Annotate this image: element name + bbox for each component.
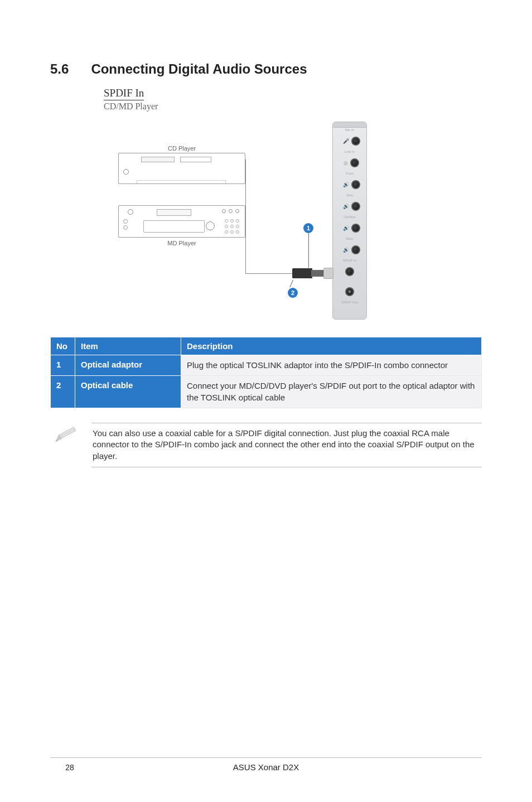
- jack-line: [350, 158, 359, 167]
- md-dots: [222, 209, 239, 213]
- bracket-top: [333, 122, 366, 128]
- svg-line-2: [60, 429, 75, 437]
- md-player-label: MD Player: [118, 240, 245, 247]
- port-spdif-out: [333, 283, 366, 300]
- jack-ctr: [351, 224, 360, 233]
- port-label-line: Line In: [333, 149, 366, 154]
- port-line: ◎: [333, 154, 366, 171]
- product-name: ASUS Xonar D2X: [89, 762, 443, 772]
- note-block: You can also use a coaxial cable for a S…: [50, 423, 482, 467]
- cd-display-2: [180, 157, 211, 162]
- diagram-canvas: Mic In 🎤 Line In ◎ Front 🔊 Side 🔊 Ctr/Sb…: [104, 117, 371, 323]
- md-player: MD Player: [118, 205, 245, 251]
- cell-desc: Plug the optical TOSLINK adaptor into th…: [181, 355, 482, 376]
- port-label-spdifin: SPDIF In: [333, 258, 366, 263]
- cell-item: Optical adaptor: [75, 355, 181, 376]
- md-device: [118, 205, 245, 238]
- md-slot: [143, 220, 205, 233]
- port-label-spdifout: SPDIF Out: [333, 300, 366, 305]
- md-knob: [206, 221, 215, 230]
- port-rear: 🔊: [333, 241, 366, 258]
- port-label-rear: Rear: [333, 236, 366, 241]
- note-text: You can also use a coaxial cable for a S…: [91, 423, 482, 467]
- page-number: 28: [50, 763, 89, 772]
- cd-player: CD Player: [118, 145, 245, 190]
- jack-spdif-out: [345, 287, 354, 296]
- cell-no: 1: [51, 355, 75, 376]
- callout-1: 1: [303, 223, 313, 233]
- port-label-mic: Mic In: [333, 128, 366, 133]
- cable-connector-mid: [311, 270, 323, 277]
- diagram-area: SPDIF In CD/MD Player Mic In 🎤 Line In ◎…: [104, 87, 482, 323]
- port-label-front: Front: [333, 171, 366, 176]
- section-number: 5.6: [50, 61, 69, 77]
- footer-line: 28 ASUS Xonar D2X: [50, 757, 482, 772]
- col-header-item: Item: [75, 337, 181, 355]
- section-title: Connecting Digital Audio Sources: [91, 61, 307, 77]
- mic-icon: 🎤: [343, 138, 349, 144]
- cable-connector-tip: [323, 268, 333, 279]
- jack-side: [351, 202, 360, 211]
- diagram-subtitle: CD/MD Player: [104, 102, 482, 112]
- items-table: No Item Description 1 Optical adaptor Pl…: [50, 337, 482, 408]
- jack-spdif-in: [345, 267, 354, 276]
- cd-tray: [137, 180, 226, 183]
- cable-horizontal: [245, 273, 293, 274]
- note-pencil-icon: [52, 423, 81, 445]
- callout-line-2: [289, 280, 293, 287]
- cable-connector-body: [292, 268, 312, 278]
- speaker-icon: 🔊: [343, 182, 349, 187]
- speaker-icon-4: 🔊: [343, 247, 349, 253]
- cell-desc: Connect your MD/CD/DVD player's S/PDIF o…: [181, 376, 482, 408]
- col-header-no: No: [51, 337, 75, 355]
- callout-line-1: [308, 233, 309, 268]
- diagram-title: SPDIF In: [104, 87, 144, 100]
- port-label-side: Side: [333, 193, 366, 198]
- pencil-icon: [54, 423, 80, 445]
- pci-bracket: Mic In 🎤 Line In ◎ Front 🔊 Side 🔊 Ctr/Sb…: [332, 122, 367, 320]
- port-mic: 🎤: [333, 133, 366, 149]
- section-heading: 5.6 Connecting Digital Audio Sources: [50, 61, 482, 77]
- col-header-desc: Description: [181, 337, 482, 355]
- port-ctr: 🔊: [333, 220, 366, 236]
- cell-item: Optical cable: [75, 376, 181, 408]
- table-row: 1 Optical adaptor Plug the optical TOSLI…: [51, 355, 482, 376]
- page: 5.6 Connecting Digital Audio Sources SPD…: [0, 0, 532, 802]
- callout-2: 2: [288, 288, 298, 298]
- cd-display: [141, 157, 175, 162]
- port-side: 🔊: [333, 198, 366, 215]
- speaker-icon-2: 🔊: [343, 204, 349, 209]
- port-spdif-in: [333, 263, 366, 280]
- cell-no: 2: [51, 376, 75, 408]
- table-row: 2 Optical cable Connect your MD/CD/DVD p…: [51, 376, 482, 408]
- line-icon: ◎: [344, 160, 348, 166]
- jack-rear: [351, 245, 360, 254]
- md-eject: [128, 209, 133, 215]
- jack-front: [351, 180, 360, 189]
- md-display: [157, 209, 191, 216]
- cable-vertical: [245, 160, 246, 273]
- port-front: 🔊: [333, 176, 366, 193]
- cd-button: [123, 169, 129, 175]
- md-grid: [225, 219, 239, 234]
- speaker-icon-3: 🔊: [343, 225, 349, 231]
- cd-player-label: CD Player: [118, 145, 245, 152]
- cd-device: [118, 153, 245, 184]
- jack-mic: [351, 137, 360, 146]
- page-footer: 28 ASUS Xonar D2X: [0, 757, 532, 772]
- md-left-buttons: [123, 219, 128, 230]
- port-label-ctr: Ctr/Sbw: [333, 215, 366, 220]
